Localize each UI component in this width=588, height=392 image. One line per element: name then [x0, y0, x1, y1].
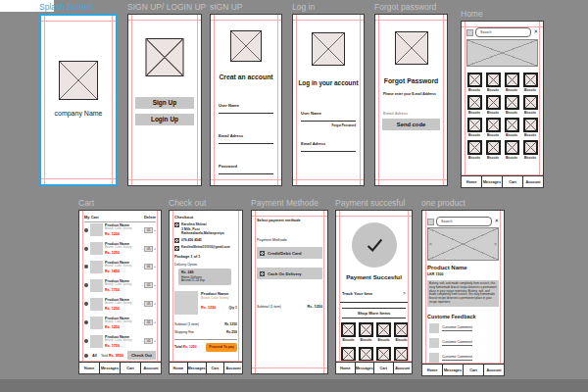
menu-icon[interactable] — [427, 219, 434, 225]
payment-option[interactable]: Credit/Debit Card — [257, 247, 322, 259]
product-grid-item[interactable]: Biscuits — [522, 73, 538, 92]
text-input-field[interactable]: Password — [219, 154, 273, 174]
product-grid-item[interactable]: Biscuits — [522, 140, 538, 160]
item-select-bullet[interactable] — [84, 339, 88, 343]
product-grid-item[interactable]: Biscuits — [341, 322, 356, 342]
product-grid-item[interactable]: Biscuits — [485, 140, 501, 160]
nav-tab[interactable]: Cart — [374, 363, 394, 373]
minus-icon[interactable]: - — [142, 302, 143, 306]
close-icon[interactable]: ✕ — [494, 219, 499, 224]
minus-icon[interactable]: - — [142, 247, 143, 251]
quantity-stepper[interactable]: - 01 + — [142, 264, 156, 270]
plus-icon[interactable]: + — [154, 283, 156, 287]
chevron-left-icon[interactable]: < — [429, 241, 432, 247]
phone-row[interactable]: 076 456 4545 — [174, 238, 237, 243]
cart-item-row[interactable]: Product Name Brand, Color Variety Rs. 12… — [84, 242, 156, 255]
artboard-label[interactable]: Log in — [292, 2, 315, 12]
checkbox-icon[interactable] — [174, 246, 179, 251]
shipping-address-row[interactable]: Karolina Shiinai 3 Milk, Post Rathnadiwe… — [174, 222, 237, 235]
product-grid-item[interactable]: Biscuits — [522, 95, 538, 115]
product-carousel-image[interactable] — [427, 227, 499, 261]
plus-icon[interactable]: + — [154, 320, 156, 324]
product-grid-item[interactable]: Biscuits — [485, 95, 501, 115]
artboard-label[interactable]: Forgot password — [374, 2, 436, 12]
plus-icon[interactable]: + — [154, 339, 156, 343]
text-input-field[interactable]: Re- enter Password — [219, 184, 273, 186]
cart-item-row[interactable]: Product Name Brand, Color Variety Rs. 12… — [84, 223, 156, 236]
product-grid-item[interactable] — [341, 347, 356, 362]
cart-item-row[interactable]: Product Name Brand, Color Variety Rs. 12… — [84, 298, 156, 311]
minus-icon[interactable]: - — [142, 320, 143, 324]
track-item-link[interactable]: Track Your Item — [342, 291, 372, 296]
close-icon[interactable]: ✕ — [533, 29, 538, 35]
text-input-field[interactable]: User Name — [301, 101, 356, 122]
nav-tab[interactable]: Account — [224, 363, 242, 373]
product-grid-item[interactable]: Biscuits — [359, 322, 373, 342]
phone-frame-checkout[interactable]: Checkout Karolina Shiinai 3 Milk, Post R… — [169, 210, 243, 374]
product-grid-item[interactable] — [376, 347, 391, 362]
product-grid-item[interactable]: Biscuits — [466, 73, 482, 92]
artboard-label[interactable]: one product — [421, 198, 466, 208]
checkbox-icon[interactable] — [174, 222, 179, 227]
nav-tab[interactable]: Messages — [188, 363, 207, 373]
product-grid-item[interactable]: Biscuits — [504, 140, 519, 160]
nav-tab[interactable]: Home — [462, 176, 482, 187]
phone-frame-splash[interactable]: company Name — [39, 14, 118, 186]
phone-frame-signup[interactable]: Creat an account User Name Email Adress … — [210, 14, 282, 186]
item-select-bullet[interactable] — [84, 265, 88, 269]
plus-icon[interactable]: + — [154, 265, 156, 269]
forgot-password-link[interactable]: Forgot Password — [331, 123, 356, 127]
phone-frame-forgot-password[interactable]: Forgot Password Please enter your E-mail… — [374, 14, 448, 186]
nav-tab[interactable]: Cart — [464, 365, 484, 375]
nav-tab[interactable]: Home — [170, 363, 188, 373]
product-grid-item[interactable]: Biscuits — [522, 118, 538, 137]
proceed-to-pay-button[interactable]: Proceed To pay — [206, 343, 237, 351]
item-select-bullet[interactable] — [84, 247, 88, 251]
phone-frame-home[interactable]: Search ✕ Biscuits Biscuits Biscuits Bisc… — [461, 21, 544, 188]
product-grid-item[interactable]: Biscuits — [504, 95, 519, 115]
checkbox-icon[interactable] — [174, 238, 179, 243]
nav-tab[interactable]: Account — [141, 363, 161, 373]
artboard-label[interactable]: Payment Methode — [251, 198, 318, 208]
nav-tab[interactable]: Messages — [356, 363, 375, 373]
checkbox-icon[interactable] — [260, 251, 265, 256]
shop-more-items-button[interactable]: Shop More Items — [342, 308, 406, 318]
send-code-button[interactable]: Send code — [382, 119, 440, 130]
checkbox-icon[interactable] — [260, 271, 265, 276]
nav-tab[interactable]: Home — [422, 365, 443, 375]
minus-icon[interactable]: - — [142, 339, 143, 343]
banner-placeholder-image[interactable] — [466, 39, 538, 67]
artboard-label[interactable]: Cart — [78, 198, 94, 208]
product-grid-item[interactable]: Biscuits — [466, 140, 482, 160]
artboard-label[interactable]: Payment succesful — [335, 198, 405, 208]
select-all-bullet[interactable] — [84, 354, 88, 358]
delivery-option-card[interactable]: Rs. 249 Home Delivery Arrived 21-24 sep — [178, 269, 231, 285]
product-grid-item[interactable]: Biscuits — [485, 118, 501, 137]
cart-item-row[interactable]: Product Name Brand, Color Variety Rs. 14… — [84, 261, 156, 273]
sign-up-button[interactable]: Sign Up — [135, 97, 194, 109]
check-out-button[interactable]: Check Out — [127, 351, 156, 360]
artboard-label[interactable]: Check out — [169, 198, 206, 208]
menu-icon[interactable] — [466, 29, 473, 36]
quantity-stepper[interactable]: - 01 + — [142, 246, 156, 252]
nav-tab[interactable]: Cart — [207, 363, 225, 373]
product-grid-item[interactable]: Biscuits — [466, 95, 482, 115]
nav-tab[interactable]: Messages — [443, 365, 464, 375]
cart-item-row[interactable]: Product Name Brand, Color Variety Rs. 17… — [84, 279, 156, 292]
product-grid-item[interactable]: Biscuits — [466, 118, 482, 137]
email-row[interactable]: KarolinaShiinai101016@gmail.com — [174, 246, 237, 251]
quantity-stepper[interactable]: - 01 + — [142, 319, 156, 325]
quantity-stepper[interactable]: - 01 + — [142, 338, 156, 344]
nav-tab[interactable]: Home — [336, 363, 356, 373]
nav-tab[interactable]: Cart — [503, 176, 523, 187]
nav-tab[interactable]: Account — [394, 363, 413, 373]
search-input[interactable]: Search — [475, 27, 531, 37]
chevron-right-icon[interactable]: > — [403, 290, 406, 296]
nav-tab[interactable]: Account — [484, 365, 504, 375]
cart-item-row[interactable]: Product Name Brand, Color Variety Rs. 17… — [84, 335, 156, 348]
nav-tab[interactable]: Cart — [121, 363, 141, 373]
phone-frame-cart[interactable]: My Cart Delete Product Name Brand, Color… — [78, 210, 162, 374]
item-select-bullet[interactable] — [84, 302, 88, 306]
text-input-field[interactable]: Email Adress — [301, 131, 356, 152]
plus-icon[interactable]: + — [154, 247, 156, 251]
